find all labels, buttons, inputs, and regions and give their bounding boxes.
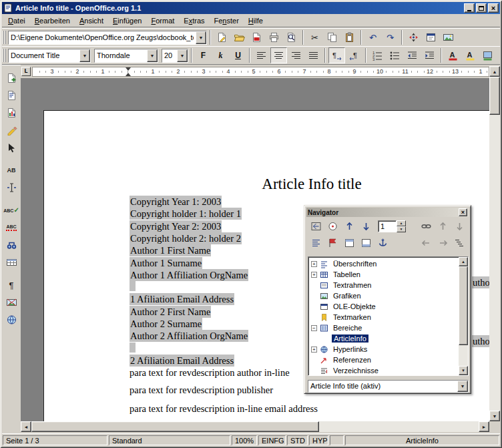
scroll-right-button[interactable]: ►	[479, 421, 489, 432]
navigation-button[interactable]	[324, 219, 340, 234]
navigator-window[interactable]: Navigator × ▲ ▼ +Überschriften+TabellenT…	[304, 205, 471, 394]
status-hyperlink-mode[interactable]: HYP	[309, 435, 328, 445]
draw-functions-button[interactable]	[3, 122, 20, 138]
edit-file-button[interactable]	[214, 29, 230, 45]
minimize-button[interactable]	[464, 3, 475, 13]
navigator-button[interactable]	[405, 29, 422, 45]
status-zoom[interactable]: 100%	[232, 435, 257, 445]
demote-level-button[interactable]	[435, 236, 451, 250]
menu-einfügen[interactable]: Einfügen	[108, 15, 146, 27]
graphics-onoff-button[interactable]	[3, 294, 20, 310]
navigator-tree-item-referenzen[interactable]: Referenzen	[308, 355, 468, 365]
tree-scrollbar-thumb[interactable]	[459, 266, 468, 345]
status-insert-mode[interactable]: EINFG	[258, 435, 286, 445]
stylist-button[interactable]	[423, 29, 439, 45]
promote-level-button[interactable]	[418, 236, 434, 250]
data-sources-button[interactable]	[3, 254, 20, 270]
form-functions-button[interactable]	[3, 140, 20, 156]
close-button[interactable]: ×	[488, 3, 499, 13]
horizontal-scrollbar-thumb[interactable]	[31, 421, 319, 432]
next-page-button[interactable]	[358, 219, 374, 234]
menu-fenster[interactable]: Fenster	[210, 15, 244, 27]
copy-button[interactable]	[324, 29, 340, 45]
page-preview-button[interactable]	[283, 29, 300, 45]
navigator-tree-item-bereiche[interactable]: −Bereiche	[308, 322, 468, 333]
status-selection-mode[interactable]: STD	[287, 435, 308, 445]
toolbar-grip[interactable]	[3, 31, 6, 44]
navigator-tree-item-ole-objekte[interactable]: OLE-Objekte	[308, 301, 468, 312]
font-size-combobox[interactable]: ▼	[162, 49, 188, 63]
style-dropdown-button[interactable]: ▼	[79, 49, 90, 62]
tree-scroll-up-button[interactable]: ▲	[459, 257, 468, 266]
spinner-down-button[interactable]: ▼	[397, 226, 406, 232]
scroll-up-button[interactable]: ▲	[489, 66, 500, 77]
spellcheck-button[interactable]: ABC✓	[3, 202, 20, 218]
menu-datei[interactable]: Datei	[3, 15, 30, 27]
gallery-button[interactable]	[440, 29, 457, 45]
status-page[interactable]: Seite 1 / 3	[3, 435, 107, 445]
navigator-content-tree[interactable]: +Überschriften+TabellenTextrahmenGrafike…	[308, 256, 469, 376]
align-right-button[interactable]	[288, 47, 304, 63]
underline-button[interactable]: U	[230, 47, 246, 63]
maximize-button[interactable]	[476, 3, 487, 13]
align-left-button[interactable]	[253, 47, 270, 63]
horizontal-scrollbar[interactable]: ◄ ►	[21, 421, 489, 432]
font-dropdown-button[interactable]: ▼	[147, 49, 158, 62]
navigator-tree-item-grafiken[interactable]: Grafiken	[308, 290, 468, 301]
ltr-button[interactable]: ¶	[328, 47, 345, 63]
navigator-tree-item-verzeichnisse[interactable]: Verzeichnisse	[308, 365, 468, 376]
menu-bearbeiten[interactable]: Bearbeiten	[30, 15, 75, 27]
navigator-tree-item-tabellen[interactable]: +Tabellen	[308, 269, 468, 280]
expand-icon[interactable]: +	[311, 261, 317, 267]
url-dropdown-button[interactable]: ▼	[196, 31, 206, 44]
set-reminder-button[interactable]	[324, 236, 340, 250]
document-selector[interactable]: Article Info title (aktiv) ▼	[308, 380, 469, 393]
nonprinting-characters-button[interactable]: ¶	[3, 277, 20, 293]
numbering-button[interactable]: 123	[369, 47, 386, 63]
align-justify-button[interactable]	[305, 47, 322, 63]
font-name-input[interactable]	[95, 49, 147, 62]
bullets-button[interactable]	[387, 47, 403, 63]
document-selector-dropdown-button[interactable]: ▼	[457, 381, 468, 392]
spinner-up-button[interactable]: ▲	[397, 220, 406, 226]
vertical-scrollbar-thumb[interactable]	[489, 77, 500, 115]
footer-button[interactable]	[358, 236, 374, 250]
redo-button[interactable]: ↷	[382, 29, 399, 45]
anchor-text-button[interactable]	[374, 236, 391, 250]
direct-cursor-button[interactable]	[3, 180, 20, 196]
outline-level-button[interactable]	[451, 236, 467, 250]
spinner-input[interactable]	[378, 220, 397, 232]
expand-icon[interactable]: +	[311, 347, 317, 353]
italic-button[interactable]: k	[212, 47, 229, 63]
first-line-indent-marker[interactable]	[125, 67, 131, 71]
url-input[interactable]	[9, 31, 196, 44]
paste-button[interactable]	[341, 29, 358, 45]
paragraph-style-input[interactable]	[9, 49, 79, 62]
find-replace-button[interactable]	[3, 237, 20, 253]
cut-button[interactable]: ✂	[306, 29, 323, 45]
size-dropdown-button[interactable]: ▼	[177, 49, 188, 62]
header-button[interactable]	[341, 236, 357, 250]
increase-indent-button[interactable]	[421, 47, 438, 63]
tab-type-selector[interactable]: L	[21, 67, 31, 76]
bold-button[interactable]: F	[195, 47, 212, 63]
navigator-tree-item-textrahmen[interactable]: Textrahmen	[308, 280, 468, 290]
drag-mode-button[interactable]	[418, 219, 434, 234]
highlighting-button[interactable]: A	[462, 47, 479, 63]
navigator-tree-item-überschriften[interactable]: +Überschriften	[308, 258, 468, 269]
collapse-icon[interactable]: −	[311, 325, 317, 331]
content-view-button[interactable]	[308, 236, 324, 250]
menu-ansicht[interactable]: Ansicht	[75, 15, 108, 27]
toggle-button[interactable]	[308, 219, 324, 234]
align-center-button[interactable]	[270, 47, 287, 63]
navigator-titlebar[interactable]: Navigator ×	[306, 208, 469, 217]
titlebar[interactable]: Article Info title - OpenOffice.org 1.1 …	[2, 2, 500, 14]
menu-extras[interactable]: Extras	[179, 15, 209, 27]
navigator-tree-item-hyperlinks[interactable]: +Hyperlinks	[308, 344, 468, 355]
insert-button[interactable]	[3, 70, 20, 86]
navigator-tree-item-textmarken[interactable]: Textmarken	[308, 312, 468, 322]
font-color-button[interactable]: A	[445, 47, 461, 63]
demote-chapter-button[interactable]	[451, 219, 467, 234]
toolbar-grip[interactable]	[3, 49, 6, 62]
scroll-down-button[interactable]: ▼	[489, 411, 500, 421]
